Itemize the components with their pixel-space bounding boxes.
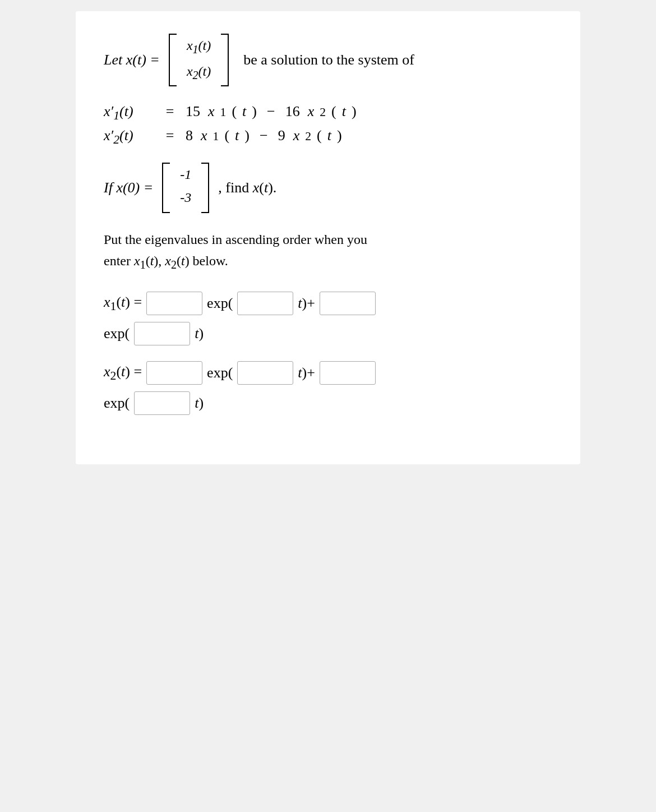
initial-condition-section: If x(0) = -1 -3 , find x(t).: [104, 163, 552, 213]
x1-t-plus: t)+: [298, 295, 315, 312]
eq2-equals: =: [164, 127, 175, 144]
x1-coeff2-input[interactable]: [320, 292, 376, 315]
let-label: Let x(t) =: [104, 52, 160, 68]
equation-2: x′2(t) = 8 x1(t) − 9 x2(t): [104, 127, 552, 147]
eq1-minus: −: [267, 103, 275, 120]
eq2-rhs: 8 x1(t) − 9 x2(t): [186, 127, 342, 144]
x1-answer-row-sub: exp( t): [104, 322, 552, 345]
eq2-minus: −: [260, 127, 268, 144]
x2-answer-row: x2(t) = exp( t)+: [104, 361, 552, 385]
eq1-coeff1: 15: [186, 103, 200, 120]
bracket-left: [169, 34, 177, 86]
x1-exp2-label: exp(: [104, 325, 130, 342]
eq1-equals: =: [164, 103, 175, 120]
x1-exp1-label: exp(: [207, 295, 233, 312]
x2-answer-row-sub: exp( t): [104, 391, 552, 415]
eq2-var2: x: [293, 127, 300, 144]
solution-vector: x1(t) x2(t): [169, 34, 229, 86]
if-text: If x(0) =: [104, 179, 153, 196]
bracket-right: [221, 34, 229, 86]
main-card: Let x(t) = x1(t) x2(t) be a solution to …: [76, 11, 580, 464]
x1-exp2-input[interactable]: [134, 322, 190, 345]
vector-content: x1(t) x2(t): [181, 34, 216, 86]
system-equations: x′1(t) = 15 x1(t) − 16 x2(t) x′2(t) = 8 …: [104, 103, 552, 147]
eq2-lhs: x′2(t): [104, 127, 154, 147]
vector-entry-2: x2(t): [187, 64, 211, 82]
initial-bracket-right: [201, 163, 209, 213]
eigenvalues-line2: enter x1(t), x2(t) below.: [104, 250, 552, 274]
eigenvalues-instruction: Put the eigenvalues in ascending order w…: [104, 229, 552, 274]
eq1-lhs: x′1(t): [104, 103, 154, 123]
x2-exp2-input[interactable]: [134, 391, 190, 415]
x2-t-end: t): [195, 395, 204, 412]
eq1-rhs: 15 x1(t) − 16 x2(t): [186, 103, 357, 120]
initial-vector-content: -1 -3: [174, 163, 197, 213]
x1-label: x1(t) =: [104, 294, 142, 313]
x2-exp1-input[interactable]: [237, 361, 293, 385]
x2-t-plus: t)+: [298, 365, 315, 381]
let-section: Let x(t) = x1(t) x2(t) be a solution to …: [104, 34, 552, 86]
x2-exp2-label: exp(: [104, 395, 130, 412]
initial-vector: -1 -3: [162, 163, 209, 213]
initial-bracket-left: [162, 163, 170, 213]
x2-coeff2-input[interactable]: [320, 361, 376, 385]
answer-section: x1(t) = exp( t)+ exp( t) x2(t) = exp( t)…: [104, 292, 552, 415]
be-solution-text: be a solution to the system of: [243, 52, 414, 68]
initial-entry-2: -3: [180, 190, 191, 205]
find-text: , find x(t).: [218, 179, 276, 196]
x1-exp1-input[interactable]: [237, 292, 293, 315]
initial-entry-1: -1: [180, 167, 191, 182]
x1-coeff1-input[interactable]: [146, 292, 202, 315]
equation-1: x′1(t) = 15 x1(t) − 16 x2(t): [104, 103, 552, 123]
eq2-coeff2: 9: [278, 127, 285, 144]
vector-entry-1: x1(t): [187, 38, 211, 56]
x2-exp1-label: exp(: [207, 365, 233, 381]
eq1-var2: x: [308, 103, 315, 120]
x2-coeff1-input[interactable]: [146, 361, 202, 385]
eq1-var1: x: [208, 103, 215, 120]
eigenvalues-line1: Put the eigenvalues in ascending order w…: [104, 229, 552, 250]
x1-answer-row: x1(t) = exp( t)+: [104, 292, 552, 315]
x2-label: x2(t) =: [104, 363, 142, 383]
eq2-var1: x: [201, 127, 207, 144]
eq1-coeff2: 16: [285, 103, 300, 120]
x1-t-end: t): [195, 325, 204, 342]
eq2-coeff1: 8: [186, 127, 193, 144]
